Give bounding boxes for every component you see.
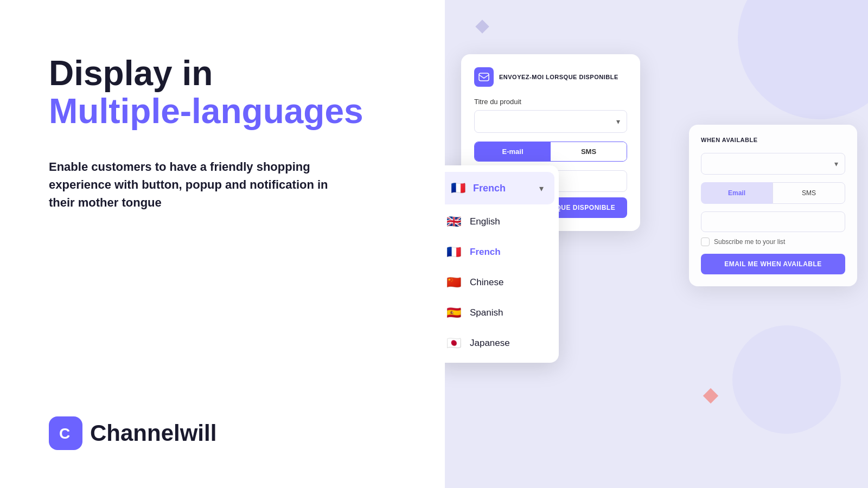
lang-name-english: English xyxy=(470,216,500,227)
lang-name-chinese: Chinese xyxy=(470,277,503,288)
flag-spanish: 🇪🇸 xyxy=(445,304,462,322)
second-tab-email[interactable]: Email xyxy=(701,182,773,204)
brand-name: Channelwill xyxy=(90,420,216,446)
language-dropdown: 🇫🇷 French ▾ 🇬🇧 English 🇫🇷 French 🇨🇳 Chin… xyxy=(445,165,559,363)
second-product-select[interactable]: ▾ xyxy=(701,153,845,175)
lang-item-spanish[interactable]: 🇪🇸 Spanish xyxy=(445,298,559,328)
lang-name-japanese: Japanese xyxy=(470,338,510,349)
headline-line1: Display in xyxy=(49,54,401,92)
subscribe-row: Subscribe me to your list xyxy=(701,237,845,246)
lang-name-french: French xyxy=(470,247,501,258)
hero-text: Display in Multiple-languages Enable cus… xyxy=(49,54,401,211)
deco-diamond-top xyxy=(475,20,489,33)
subscribe-label: Subscribe me to your list xyxy=(714,238,785,246)
lang-item-japanese[interactable]: 🇯🇵 Japanese xyxy=(445,328,559,358)
flag-french: 🇫🇷 xyxy=(445,243,462,261)
second-card-header: WHEN AVAILABLE xyxy=(701,137,845,143)
lang-selector[interactable]: 🇫🇷 French ▾ xyxy=(445,172,554,204)
product-title-label: Titre du produit xyxy=(474,98,627,106)
second-email-input[interactable] xyxy=(701,211,845,232)
second-tab-row: Email SMS xyxy=(701,182,845,204)
lang-name-spanish: Spanish xyxy=(470,307,503,318)
submit-english-button[interactable]: EMAIL ME WHEN AVAILABLE xyxy=(701,254,845,274)
contact-tab-row: E-mail SMS xyxy=(474,142,627,162)
tab-email[interactable]: E-mail xyxy=(475,142,551,161)
second-tab-sms[interactable]: SMS xyxy=(773,182,845,204)
lang-item-english[interactable]: 🇬🇧 English xyxy=(445,207,559,237)
right-section: ENVOYEZ-MOI LORSQUE DISPONIBLE Titre du … xyxy=(445,0,868,488)
subscribe-checkbox[interactable] xyxy=(701,237,710,246)
brand-icon: C xyxy=(49,416,82,450)
headline-line2: Multiple-languages xyxy=(49,92,401,130)
svg-text:C: C xyxy=(59,425,70,442)
brand: C Channelwill xyxy=(49,416,401,450)
flag-japanese: 🇯🇵 xyxy=(445,335,462,352)
tab-sms[interactable]: SMS xyxy=(551,142,627,161)
lang-item-french[interactable]: 🇫🇷 French xyxy=(445,237,559,267)
lang-item-chinese[interactable]: 🇨🇳 Chinese xyxy=(445,267,559,298)
selected-lang-label: French xyxy=(473,183,506,194)
deco-circle-1 xyxy=(738,0,868,119)
chevron-down-icon: ▾ xyxy=(616,117,620,126)
flag-english: 🇬🇧 xyxy=(445,213,462,230)
flag-chinese: 🇨🇳 xyxy=(445,274,462,291)
product-select[interactable]: ▾ xyxy=(474,110,627,133)
selected-flag: 🇫🇷 xyxy=(449,179,467,197)
envelope-icon xyxy=(474,67,494,87)
subtitle: Enable customers to have a friendly shop… xyxy=(49,158,353,211)
deco-circle-2 xyxy=(732,325,841,434)
svg-rect-2 xyxy=(479,73,489,81)
card-header: ENVOYEZ-MOI LORSQUE DISPONIBLE xyxy=(474,67,627,87)
second-card: WHEN AVAILABLE ▾ Email SMS Subscribe me … xyxy=(689,125,857,286)
deco-diamond-bottom xyxy=(703,388,718,403)
dropdown-chevron-icon: ▾ xyxy=(539,183,544,194)
second-chevron-icon: ▾ xyxy=(834,159,838,168)
left-section: Display in Multiple-languages Enable cus… xyxy=(0,0,445,488)
card-title: ENVOYEZ-MOI LORSQUE DISPONIBLE xyxy=(499,74,618,80)
